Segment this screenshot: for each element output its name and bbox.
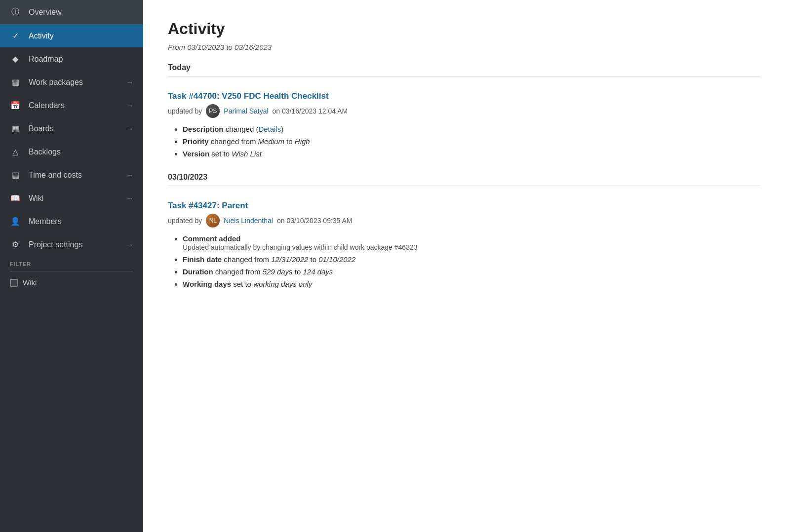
sidebar-label-calendars: Calendars <box>29 101 118 110</box>
filter-label-wiki-filter: Wiki <box>23 278 37 287</box>
sidebar-item-work-packages[interactable]: ▦Work packages→ <box>0 71 143 94</box>
date-range: From 03/10/2023 to 03/16/2023 <box>168 43 760 51</box>
sidebar-item-time-and-costs[interactable]: ▤Time and costs→ <box>0 163 143 187</box>
task-link-task-43427[interactable]: Task #43427: Parent <box>168 201 760 211</box>
sidebar-label-wiki: Wiki <box>29 194 118 203</box>
updated-by-row-task-43427: updated by NLNiels Lindenthal on 03/10/2… <box>168 214 760 228</box>
change-value-from: 12/31/2022 <box>271 255 308 264</box>
activity-entry-task-43427: Task #43427: Parentupdated by NLNiels Li… <box>168 201 760 288</box>
boards-icon: ▦ <box>10 124 21 133</box>
change-key: Description <box>183 125 224 133</box>
change-value-from: 529 days <box>263 267 293 276</box>
sidebar-label-work-packages: Work packages <box>29 78 118 87</box>
chevron-right-icon: → <box>126 171 133 179</box>
change-value-from: working days only <box>253 280 312 288</box>
activity-entry-task-44700: Task #44700: V250 FDC Health Checklistup… <box>168 91 760 158</box>
change-value-from: Wish List <box>232 150 262 158</box>
entry-datetime-task-44700: on 03/16/2023 12:04 AM <box>273 107 348 115</box>
wiki-icon: 📖 <box>10 193 21 203</box>
sidebar-label-project-settings: Project settings <box>29 240 118 249</box>
change-item: Comment addedUpdated automatically by ch… <box>183 234 760 251</box>
change-key: Version <box>183 150 209 158</box>
change-key: Finish date <box>183 255 222 264</box>
chevron-right-icon: → <box>126 78 133 86</box>
main-content: Activity From 03/10/2023 to 03/16/2023 T… <box>143 0 785 532</box>
sidebar-label-time-and-costs: Time and costs <box>29 171 118 180</box>
calendars-icon: 📅 <box>10 101 21 110</box>
user-link-task-43427[interactable]: Niels Lindenthal <box>224 217 273 225</box>
updated-by-label: updated by <box>168 217 202 225</box>
section-header-march-10: 03/10/2023 <box>168 173 760 186</box>
change-item: Priority changed from Medium to High <box>183 137 760 146</box>
sidebar-label-members: Members <box>29 217 133 226</box>
sidebar-item-roadmap[interactable]: ◆Roadmap <box>0 47 143 71</box>
activity-icon: ✓ <box>10 31 21 40</box>
avatar-task-44700: PS <box>206 104 220 118</box>
avatar-task-43427: NL <box>206 214 220 228</box>
change-value-to: 124 days <box>303 267 333 276</box>
sidebar-item-calendars[interactable]: 📅Calendars→ <box>0 94 143 117</box>
members-icon: 👤 <box>10 217 21 226</box>
updated-by-label: updated by <box>168 107 202 115</box>
section-header-today: Today <box>168 63 760 76</box>
changes-list-task-43427: Comment addedUpdated automatically by ch… <box>168 234 760 288</box>
sidebar-label-overview: Overview <box>29 8 133 17</box>
change-item: Version set to Wish List <box>183 150 760 158</box>
change-value-to: High <box>295 137 310 146</box>
filter-section: FILTER Wiki <box>0 256 143 299</box>
filter-checkbox-wiki-filter[interactable] <box>10 279 18 287</box>
change-key: Duration <box>183 267 213 276</box>
change-key: Working days <box>183 280 231 288</box>
sidebar-label-roadmap: Roadmap <box>29 55 133 64</box>
sidebar-item-boards[interactable]: ▦Boards→ <box>0 117 143 140</box>
sidebar-item-wiki[interactable]: 📖Wiki→ <box>0 187 143 210</box>
change-item: Description changed (Details) <box>183 125 760 133</box>
change-key: Priority <box>183 137 209 146</box>
sidebar-item-backlogs[interactable]: △Backlogs <box>0 140 143 163</box>
user-link-task-44700[interactable]: Parimal Satyal <box>224 107 268 115</box>
sidebar: ⓘOverview✓Activity◆Roadmap▦Work packages… <box>0 0 143 532</box>
filter-title: FILTER <box>10 261 133 267</box>
chevron-right-icon: → <box>126 102 133 110</box>
change-value-to: 01/10/2022 <box>318 255 355 264</box>
backlogs-icon: △ <box>10 147 21 156</box>
sidebar-item-overview[interactable]: ⓘOverview <box>0 0 143 24</box>
chevron-right-icon: → <box>126 125 133 133</box>
entry-datetime-task-43427: on 03/10/2023 09:35 AM <box>277 217 353 225</box>
sidebar-item-members[interactable]: 👤Members <box>0 210 143 233</box>
changes-list-task-44700: Description changed (Details)Priority ch… <box>168 125 760 158</box>
project-settings-icon: ⚙ <box>10 240 21 249</box>
page-title: Activity <box>168 20 760 38</box>
work-packages-icon: ▦ <box>10 77 21 87</box>
chevron-right-icon: → <box>126 194 133 202</box>
change-details-link[interactable]: Details <box>258 125 281 133</box>
sidebar-item-activity[interactable]: ✓Activity <box>0 24 143 47</box>
change-key: Comment added <box>183 234 241 243</box>
filter-divider <box>10 271 133 271</box>
change-item: Duration changed from 529 days to 124 da… <box>183 267 760 276</box>
change-item: Working days set to working days only <box>183 280 760 288</box>
roadmap-icon: ◆ <box>10 54 21 64</box>
sidebar-item-project-settings[interactable]: ⚙Project settings→ <box>0 233 143 256</box>
time-and-costs-icon: ▤ <box>10 170 21 180</box>
filter-item-wiki-filter[interactable]: Wiki <box>10 276 133 289</box>
change-comment: Updated automatically by changing values… <box>176 243 418 251</box>
chevron-right-icon: → <box>126 241 133 249</box>
sidebar-label-boards: Boards <box>29 124 118 133</box>
sidebar-label-backlogs: Backlogs <box>29 148 133 156</box>
overview-icon: ⓘ <box>10 7 21 17</box>
updated-by-row-task-44700: updated by PSParimal Satyal on 03/16/202… <box>168 104 760 118</box>
task-link-task-44700[interactable]: Task #44700: V250 FDC Health Checklist <box>168 91 760 101</box>
change-value-from: Medium <box>258 137 284 146</box>
sidebar-label-activity: Activity <box>29 32 133 40</box>
change-item: Finish date changed from 12/31/2022 to 0… <box>183 255 760 264</box>
